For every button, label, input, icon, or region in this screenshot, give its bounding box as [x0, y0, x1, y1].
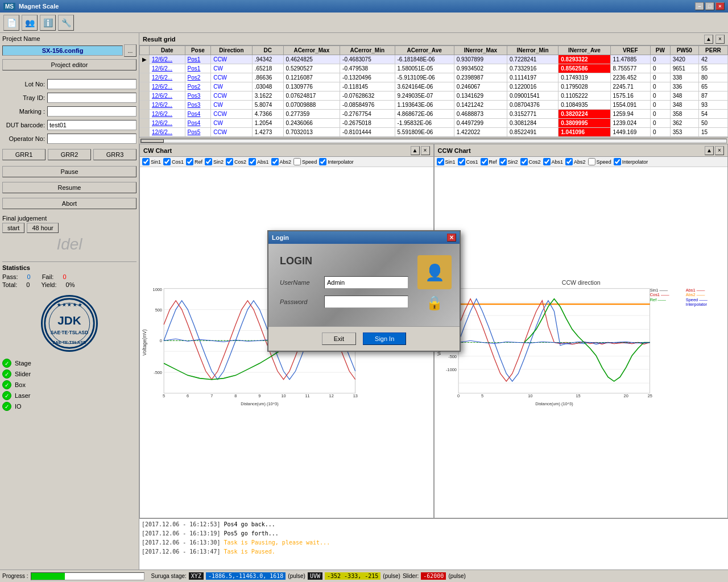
password-label: Password: [280, 298, 320, 305]
login-title: LOGIN: [280, 255, 408, 267]
login-titlebar: Login ×: [268, 231, 460, 244]
username-label: UserName: [280, 279, 320, 286]
login-body: LOGIN UserName Password 👤 🔒: [268, 244, 460, 326]
login-close-button[interactable]: ×: [447, 234, 456, 242]
login-overlay: Login × LOGIN UserName Password 👤 🔒: [0, 0, 728, 582]
login-dialog: Login × LOGIN UserName Password 👤 🔒: [267, 230, 461, 352]
password-row: Password: [280, 296, 408, 308]
login-form: LOGIN UserName Password: [280, 255, 408, 315]
username-row: UserName: [280, 276, 408, 289]
exit-button[interactable]: Exit: [322, 332, 356, 345]
password-input[interactable]: [324, 296, 408, 308]
signin-button[interactable]: Sign In: [363, 332, 406, 345]
login-buttons-row: Exit Sign In: [268, 326, 460, 351]
avatar-icon: 👤: [417, 255, 452, 289]
login-avatar: 👤 🔒: [417, 255, 452, 315]
username-input[interactable]: [324, 276, 408, 289]
login-dialog-title: Login: [272, 234, 289, 241]
lock-icon: 🔒: [423, 292, 446, 314]
